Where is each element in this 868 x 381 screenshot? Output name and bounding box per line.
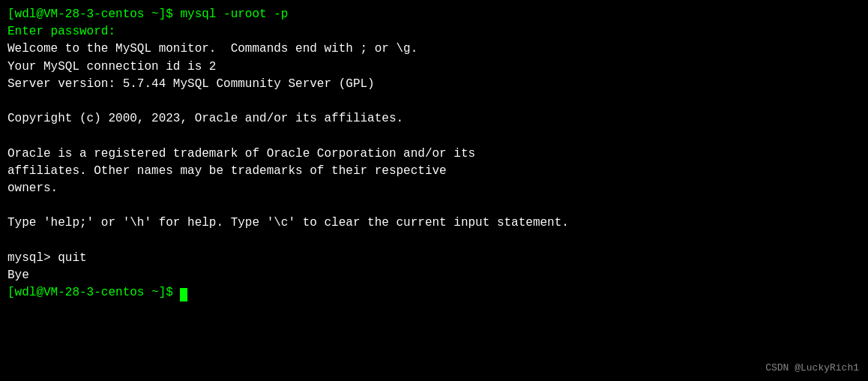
terminal-line: affiliates. Other names may be trademark… [7, 163, 861, 180]
terminal-line: [wdl@VM-28-3-centos ~]$ [7, 284, 861, 302]
terminal-line: Enter password: [7, 23, 861, 40]
terminal-line [7, 197, 861, 214]
terminal-cursor [180, 288, 187, 302]
terminal-line [7, 93, 861, 110]
terminal-line: Copyright (c) 2000, 2023, Oracle and/or … [7, 110, 861, 128]
terminal-line [7, 232, 861, 249]
terminal-line [7, 128, 861, 145]
terminal-line: Welcome to the MySQL monitor. Commands e… [7, 40, 861, 58]
terminal-window[interactable]: [wdl@VM-28-3-centos ~]$ mysql -uroot -pE… [0, 0, 868, 381]
terminal-line: [wdl@VM-28-3-centos ~]$ mysql -uroot -p [7, 6, 861, 23]
terminal-line: Oracle is a registered trademark of Orac… [7, 146, 861, 163]
terminal-line: Type 'help;' or '\h' for help. Type '\c'… [7, 214, 861, 232]
terminal-line: owners. [7, 180, 861, 197]
terminal-output: [wdl@VM-28-3-centos ~]$ mysql -uroot -pE… [7, 6, 861, 302]
terminal-line: mysql> quit [7, 250, 861, 267]
terminal-line: Bye [7, 267, 861, 284]
terminal-line: Your MySQL connection id is 2 [7, 58, 861, 76]
watermark: CSDN @LuckyRich1 [765, 362, 859, 374]
terminal-line: Server version: 5.7.44 MySQL Community S… [7, 76, 861, 93]
